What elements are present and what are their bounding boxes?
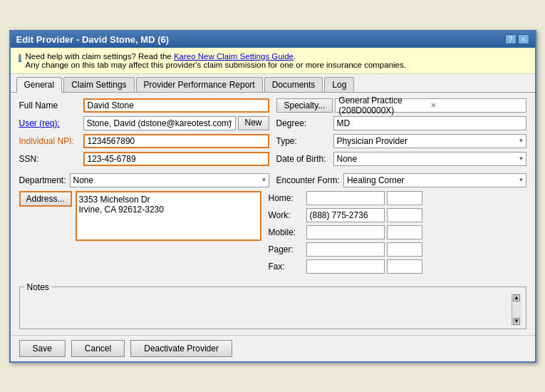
fax-ext[interactable] xyxy=(387,259,422,274)
type-label: Type: xyxy=(276,136,333,146)
mobile-phone-input[interactable] xyxy=(306,225,385,239)
encounter-select[interactable]: Healing Corner xyxy=(343,173,526,187)
ssn-input[interactable] xyxy=(83,152,269,166)
right-column: Specialty... General Practice (208D00000… xyxy=(276,98,526,170)
npi-label: Individual NPI: xyxy=(19,136,83,146)
degree-row: Degree: xyxy=(276,116,526,130)
user-label[interactable]: User (req): xyxy=(19,118,83,128)
encounter-label: Encounter Form: xyxy=(276,175,340,185)
tab-claim-settings[interactable]: Claim Settings xyxy=(63,77,134,92)
notes-textarea[interactable] xyxy=(24,294,512,326)
info-icon: ℹ xyxy=(18,53,21,64)
notes-legend: Notes xyxy=(24,282,52,292)
dob-row: Date of Birth: None xyxy=(276,152,526,166)
top-section: Full Name User (req): Stone, David (dsto… xyxy=(19,98,526,170)
work-phone-ext[interactable] xyxy=(387,208,422,222)
npi-input[interactable] xyxy=(83,134,269,148)
scroll-down-arrow[interactable]: ▼ xyxy=(513,318,520,325)
address-section: Address... 3353 Michelson Dr Irvine, CA … xyxy=(19,191,261,277)
dob-select-wrapper: None xyxy=(333,152,526,166)
user-select[interactable]: Stone, David (dstone@kareotest.com) xyxy=(83,116,236,130)
npi-row: Individual NPI: xyxy=(19,134,269,148)
degree-label: Degree: xyxy=(276,118,333,128)
ssn-row: SSN: xyxy=(19,152,269,166)
notes-scrollbar: ▲ ▼ xyxy=(512,294,521,326)
department-select-wrapper: None xyxy=(70,173,269,187)
home-phone-label: Home: xyxy=(269,193,304,203)
ssn-label: SSN: xyxy=(19,154,83,164)
work-phone-label: Work: xyxy=(269,210,304,220)
fax-phone-row: Fax: xyxy=(269,259,526,274)
address-textarea[interactable]: 3353 Michelson Dr Irvine, CA 92612-3230 xyxy=(76,191,261,241)
department-section: Department: None xyxy=(19,173,269,187)
type-row: Type: Physician Provider xyxy=(276,134,526,148)
user-row: User (req): Stone, David (dstone@kareote… xyxy=(19,116,269,130)
notes-inner: ▲ ▼ xyxy=(24,294,521,326)
tabs-bar: General Claim Settings Provider Performa… xyxy=(11,74,535,93)
specialty-clear-button[interactable]: × xyxy=(428,100,522,110)
help-button[interactable]: ? xyxy=(505,34,517,44)
tab-provider-performance-report[interactable]: Provider Performance Report xyxy=(136,77,263,92)
deactivate-provider-button[interactable]: Deactivate Provider xyxy=(130,340,232,357)
tab-general[interactable]: General xyxy=(16,77,63,93)
notes-fieldset: Notes ▲ ▼ xyxy=(19,282,526,329)
middle-row: Department: None Encounter Form: Healing… xyxy=(19,173,526,187)
fax-input[interactable] xyxy=(306,259,385,274)
encounter-select-wrapper: Healing Corner xyxy=(343,173,526,187)
specialty-row: Specialty... General Practice (208D00000… xyxy=(276,98,526,113)
window-title: Edit Provider - David Stone, MD (6) xyxy=(16,34,170,45)
work-phone-row: Work: xyxy=(269,208,526,222)
bottom-row: Address... 3353 Michelson Dr Irvine, CA … xyxy=(19,191,526,277)
department-label: Department: xyxy=(19,175,66,185)
close-button[interactable]: × xyxy=(518,34,529,44)
mobile-phone-ext[interactable] xyxy=(387,225,422,239)
scroll-up-arrow[interactable]: ▲ xyxy=(513,294,520,301)
fax-label: Fax: xyxy=(269,262,304,272)
full-name-row: Full Name xyxy=(19,98,269,113)
type-select[interactable]: Physician Provider xyxy=(333,134,526,148)
tab-log[interactable]: Log xyxy=(324,77,354,92)
pager-label: Pager: xyxy=(269,244,304,254)
pager-input[interactable] xyxy=(306,242,385,257)
info-text: Need help with claim settings? Read the … xyxy=(26,52,406,69)
home-phone-ext[interactable] xyxy=(387,191,422,205)
new-user-button[interactable]: New ... xyxy=(238,116,269,130)
address-button[interactable]: Address... xyxy=(19,191,72,207)
footer: Save Cancel Deactivate Provider xyxy=(11,335,535,361)
title-bar: Edit Provider - David Stone, MD (6) ? × xyxy=(11,31,535,48)
pager-phone-row: Pager: xyxy=(269,242,526,257)
mobile-phone-label: Mobile: xyxy=(269,227,304,237)
dob-label: Date of Birth: xyxy=(276,154,333,164)
save-button[interactable]: Save xyxy=(19,340,66,357)
full-name-label: Full Name xyxy=(19,100,83,110)
department-select[interactable]: None xyxy=(70,173,269,187)
edit-provider-window: Edit Provider - David Stone, MD (6) ? × … xyxy=(9,30,536,363)
specialty-button[interactable]: Specialty... xyxy=(276,98,333,113)
left-column: Full Name User (req): Stone, David (dsto… xyxy=(19,98,269,170)
work-phone-input[interactable] xyxy=(306,208,385,222)
phone-section: Home: Work: Mobile: Pager: xyxy=(269,191,526,277)
mobile-phone-row: Mobile: xyxy=(269,225,526,239)
pager-ext[interactable] xyxy=(387,242,422,257)
type-select-wrapper: Physician Provider xyxy=(333,134,526,148)
encounter-section: Encounter Form: Healing Corner xyxy=(276,173,526,187)
cancel-button[interactable]: Cancel xyxy=(71,340,125,357)
title-bar-buttons: ? × xyxy=(505,34,529,44)
kareo-guide-link[interactable]: Kareo New Claim Settings Guide xyxy=(174,52,294,61)
notes-section: Notes ▲ ▼ xyxy=(19,282,526,329)
dob-select[interactable]: None xyxy=(333,152,526,166)
full-name-input[interactable] xyxy=(83,98,269,113)
specialty-value-box: General Practice (208D00000X) × xyxy=(335,98,526,113)
form-content: Full Name User (req): Stone, David (dsto… xyxy=(11,93,535,335)
degree-input[interactable] xyxy=(333,116,526,130)
specialty-text: General Practice (208D00000X) xyxy=(338,96,428,115)
tab-documents[interactable]: Documents xyxy=(264,77,323,92)
home-phone-row: Home: xyxy=(269,191,526,205)
home-phone-input[interactable] xyxy=(306,191,385,205)
info-bar: ℹ Need help with claim settings? Read th… xyxy=(11,48,535,74)
user-select-wrapper: Stone, David (dstone@kareotest.com) xyxy=(83,116,236,130)
